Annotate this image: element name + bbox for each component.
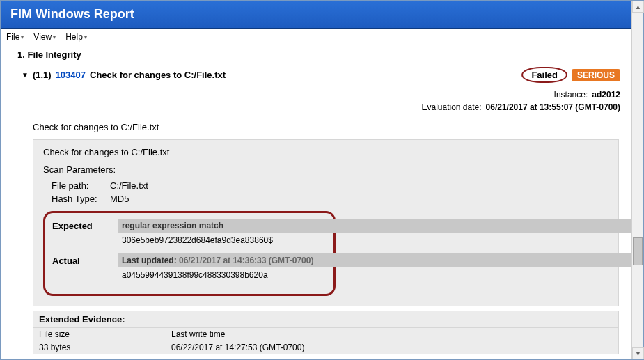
expected-actual-highlight: Expected regular expression match 306e5b… [43,211,336,296]
instance-label: Instance: [554,90,588,100]
scroll-up-icon[interactable]: ▲ [632,1,644,13]
menu-file[interactable]: File ▾ [6,32,24,42]
evaluation-date-value: 06/21/2017 at 13:55:07 (GMT-0700) [486,102,620,112]
chevron-down-icon: ▾ [21,34,24,40]
expected-value: 306e5beb9723822d684efa9d3ea83860$ [118,233,327,252]
actual-last-updated: Last updated: 06/21/2017 at 14:36:33 (GM… [118,253,327,267]
menu-help[interactable]: Help ▾ [65,32,87,42]
evidence-size-value: 33 bytes [33,341,166,354]
evidence-table: File size Last write time 33 bytes 06/22… [33,328,618,354]
status-badge: Failed [521,67,567,83]
section-heading: 1. File Integrity [8,49,625,63]
check-row: ▼ (1.1) 103407 Check for changes to C:/F… [8,63,625,87]
expected-label: Expected [52,219,108,231]
check-id-link[interactable]: 103407 [56,70,86,80]
evaluation-date-label: Evaluation date: [421,102,481,112]
check-number: (1.1) [33,70,52,80]
vertical-scrollbar[interactable]: ▲ ▼ [631,1,643,359]
scrollbar-thumb[interactable] [633,237,643,265]
check-title: Check for changes to C:/File.txt [90,70,226,80]
expand-toggle-icon[interactable]: ▼ [22,71,29,79]
details-panel: Check for changes to C:/File.txt Scan Pa… [33,139,619,306]
actual-value: a0455994439138f99c488330398b620a [118,267,327,287]
severity-badge: SERIOUS [572,69,620,81]
panel-title: Check for changes to C:/File.txt [43,147,608,157]
report-header: FIM Windows Report [1,1,631,29]
instance-value: ad2012 [592,90,620,100]
file-path-value: C:/File.txt [110,180,148,191]
check-subtitle: Check for changes to C:/File.txt [8,115,625,136]
menu-bar: File ▾ View ▾ Help ▾ [1,29,631,45]
evidence-write-value: 06/22/2017 at 14:27:53 (GMT-0700) [166,341,618,354]
evidence-title: Extended Evidence: [33,311,618,328]
menu-view[interactable]: View ▾ [33,32,56,42]
actual-label: Actual [52,253,108,266]
evidence-col-write: Last write time [166,328,618,341]
expected-rule: regular expression match [118,219,327,233]
chevron-down-icon: ▾ [53,34,56,40]
hash-type-value: MD5 [110,194,129,204]
report-title: FIM Windows Report [10,7,134,21]
scan-parameters-label: Scan Parameters: [43,164,608,175]
extended-evidence-panel: Extended Evidence: File size Last write … [33,311,619,354]
evidence-col-size: File size [33,328,166,341]
chevron-down-icon: ▾ [84,34,87,40]
scroll-down-icon[interactable]: ▼ [632,347,644,359]
table-row: 33 bytes 06/22/2017 at 14:27:53 (GMT-070… [33,341,618,354]
hash-type-label: Hash Type: [52,194,100,204]
file-path-label: File path: [52,180,100,191]
